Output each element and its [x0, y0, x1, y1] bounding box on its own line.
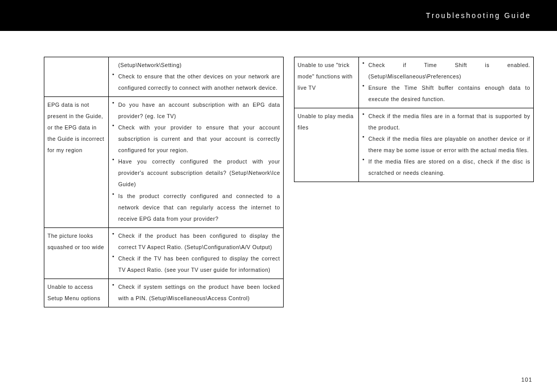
- bullet-icon: ●: [112, 156, 118, 190]
- bullet-text: Ensure the Time Shift buffer contains en…: [368, 82, 530, 105]
- bullet-icon: ●: [362, 133, 368, 156]
- bullet-text: Check if system settings on the product …: [118, 281, 280, 304]
- bullet-icon: ●: [362, 110, 368, 133]
- bullet-text: If the media files are stored on a disc,…: [368, 156, 530, 178]
- left-column: (Setup\Network\Setting)●Check to ensure …: [44, 57, 284, 307]
- right-table: Unable to use "trick mode" functions wit…: [294, 57, 534, 182]
- content-area: (Setup\Network\Setting)●Check to ensure …: [0, 31, 557, 307]
- problem-cell: Unable to access Setup Menu options: [44, 279, 109, 307]
- bullet-text: Check if the media files are playable on…: [368, 133, 530, 156]
- bullet-icon: ●: [362, 82, 368, 105]
- bullet-icon: ●: [112, 253, 118, 275]
- solution-cell: ●Do you have an account subscription wit…: [109, 97, 284, 228]
- left-table: (Setup\Network\Setting)●Check to ensure …: [44, 57, 284, 307]
- solution-cell: ●Check if the product has been configure…: [109, 227, 284, 279]
- bullet-text: Have you correctly configured the produc…: [118, 156, 280, 190]
- bullet-icon: ●: [112, 281, 118, 304]
- problem-cell: The picture looks squashed or too wide: [44, 227, 109, 279]
- bullet-text: Is the product correctly configured and …: [118, 190, 280, 224]
- bullet-icon: ●: [112, 99, 118, 122]
- page-number: 101: [521, 377, 532, 383]
- header-title: Troubleshooting Guide: [426, 11, 531, 20]
- problem-cell: Unable to use "trick mode" functions wit…: [294, 57, 359, 108]
- problem-cell: [44, 57, 109, 97]
- bullet-text: Check if Time Shift is enabled. (Setup\M…: [368, 59, 530, 82]
- bullet-text: Check to ensure that the other devices o…: [118, 71, 280, 93]
- bullet-icon: ●: [112, 122, 118, 156]
- path-text: (Setup\Network\Setting): [112, 59, 280, 71]
- solution-cell: (Setup\Network\Setting)●Check to ensure …: [109, 57, 284, 97]
- solution-cell: ●Check if system settings on the product…: [109, 279, 284, 307]
- bullet-icon: ●: [112, 190, 118, 224]
- bullet-text: Do you have an account subscription with…: [118, 99, 280, 122]
- bullet-text: Check if the media files are in a format…: [368, 110, 530, 133]
- bullet-text: Check if the TV has been configured to d…: [118, 253, 280, 275]
- bullet-icon: ●: [362, 156, 368, 178]
- solution-cell: ●Check if Time Shift is enabled. (Setup\…: [359, 57, 534, 108]
- problem-cell: Unable to play media files: [294, 108, 359, 182]
- header-bar: Troubleshooting Guide: [0, 0, 557, 31]
- bullet-text: Check if the product has been configured…: [118, 230, 280, 253]
- bullet-icon: ●: [112, 230, 118, 253]
- problem-cell: EPG data is not present in the Guide, or…: [44, 97, 109, 228]
- solution-cell: ●Check if the media files are in a forma…: [359, 108, 534, 182]
- bullet-text: Check with your provider to ensure that …: [118, 122, 280, 156]
- bullet-icon: ●: [362, 59, 368, 82]
- bullet-icon: ●: [112, 71, 118, 93]
- right-column: Unable to use "trick mode" functions wit…: [294, 57, 534, 182]
